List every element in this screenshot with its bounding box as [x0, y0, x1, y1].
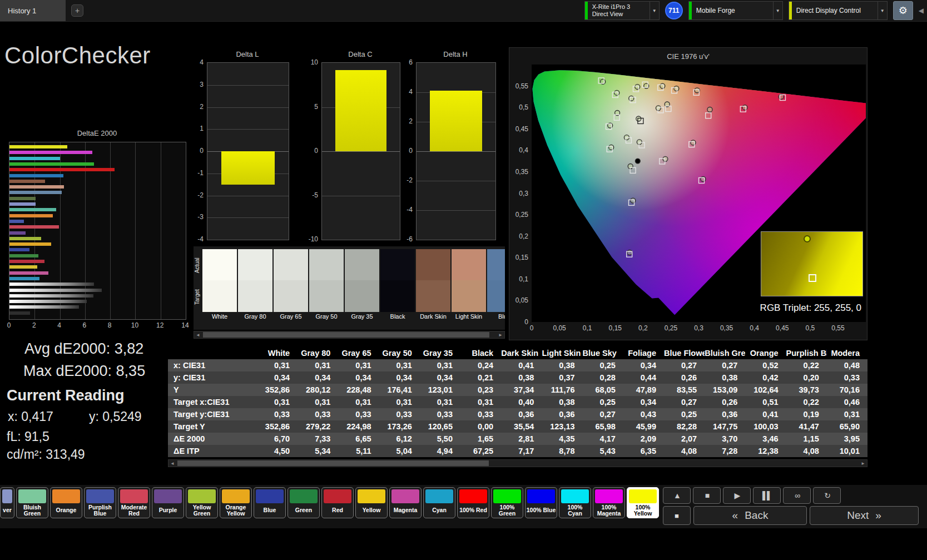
patch-button-cyan[interactable]: Cyan	[423, 487, 455, 518]
patch-button-blue[interactable]: Blue	[254, 487, 286, 518]
meter-dropdown[interactable]: X-Rite i1Pro 3 Direct View ▼	[584, 1, 660, 20]
patch-button-purplish-blue[interactable]: Purplish Blue	[84, 487, 116, 518]
collapse-panel-icon[interactable]: ◀	[919, 7, 924, 14]
patch-button-label: Purplish Blue	[85, 503, 116, 518]
pause-button[interactable]: ▌▌	[753, 487, 781, 504]
patch-button-label: Blue	[254, 503, 285, 518]
play-button[interactable]: ▶	[723, 487, 751, 504]
patch-color-swatch	[256, 489, 284, 503]
table-scrollbar[interactable]: ◄ ►	[168, 459, 867, 467]
target-point-marker	[809, 274, 816, 282]
patch-button-red[interactable]: Red	[321, 487, 354, 518]
patch-button-purple[interactable]: Purple	[152, 487, 184, 518]
table-cell: 0,33	[379, 408, 420, 420]
patch-button-label: 100% Red	[458, 503, 489, 518]
patch-button-magenta[interactable]: Magenta	[389, 487, 422, 518]
swatch-strip-scrollbar[interactable]: ◄ ►	[194, 331, 505, 339]
row-label: ΔE 2000	[168, 433, 257, 445]
table-corner-cell	[168, 347, 257, 359]
delta-e-bar-white	[9, 283, 94, 286]
scroll-right-icon[interactable]: ►	[497, 331, 504, 338]
table-row-target-y-cie31: Target y:CIE310,330,330,330,330,330,330,…	[168, 408, 867, 420]
chevrons-left-icon: «	[732, 509, 738, 522]
next-button[interactable]: Next »	[810, 506, 919, 525]
table-cell: 0,38	[542, 396, 582, 408]
settings-gear-button[interactable]: ⚙	[893, 1, 913, 20]
patch-button-orange-yellow[interactable]: Orange Yellow	[220, 487, 252, 518]
axis-tick-label: -2	[191, 191, 204, 199]
delta-e-bar-100-cyan	[9, 157, 60, 160]
scroll-right-icon[interactable]: ►	[859, 460, 867, 467]
patch-button-moderate-red[interactable]: Moderate Red	[118, 487, 150, 518]
swatch-gray-50: Gray 50	[309, 249, 344, 321]
measurement-count-badge[interactable]: 711	[665, 2, 683, 19]
patch-button-label: Orange Yellow	[220, 503, 251, 518]
pattern-window-icon: ■	[675, 512, 679, 520]
delta-e-bar-foliage	[9, 197, 36, 200]
chart-plot-area	[416, 62, 496, 240]
column-header-gray-80: Gray 80	[298, 347, 338, 359]
table-cell: 123,01	[420, 384, 460, 396]
cie-plot: RGB Triplet: 255, 255, 0	[532, 65, 866, 322]
eject-button[interactable]: ▲	[663, 487, 691, 504]
column-header-blue-flower: Blue Flower	[664, 347, 705, 359]
patch-button-yellow[interactable]: Yellow	[355, 487, 388, 518]
table-cell: 173,26	[379, 420, 420, 433]
pattern-source-dropdown[interactable]: Mobile Forge ▼	[688, 1, 783, 20]
scroll-left-icon[interactable]: ◄	[194, 331, 202, 338]
patch-button-100-magenta[interactable]: 100% Magenta	[593, 487, 625, 518]
patch-button-100-yellow[interactable]: 100% Yellow	[627, 487, 659, 518]
patch-button-yellow-green[interactable]: Yellow Green	[186, 487, 218, 518]
history-tab[interactable]: History 1	[0, 0, 66, 21]
table-cell: 100,03	[745, 420, 786, 433]
patch-button-100-red[interactable]: 100% Red	[457, 487, 489, 518]
patch-color-swatch	[324, 489, 351, 503]
pattern-window-button[interactable]: ■	[663, 506, 691, 525]
patch-color-swatch	[86, 489, 114, 503]
scrollbar-thumb[interactable]	[203, 332, 489, 338]
current-x-value: x: 0,417	[8, 409, 53, 424]
patch-button-label: Red	[322, 503, 353, 518]
table-cell: 0,38	[501, 371, 542, 384]
add-tab-button[interactable]: +	[71, 4, 83, 17]
patch-button-100-green[interactable]: 100% Green	[491, 487, 523, 518]
table-cell: 2,09	[623, 433, 664, 445]
patch-color-swatch	[154, 489, 182, 503]
loop-infinite-button[interactable]: ∞	[783, 487, 811, 504]
patch-button-100-blue[interactable]: 100% Blue	[525, 487, 557, 518]
delta-e-bar-100-green	[9, 162, 94, 166]
navigation-controls: ■ « Back Next »	[663, 506, 919, 525]
display-control-dropdown[interactable]: Direct Display Control ▼	[789, 1, 888, 20]
scroll-left-icon[interactable]: ◄	[168, 460, 176, 467]
cie-y-tick-label: 0,2	[509, 232, 528, 240]
stop-button[interactable]: ■	[693, 487, 721, 504]
column-header-modera: Modera	[827, 347, 867, 359]
repeat-button[interactable]: ↻	[813, 487, 841, 504]
table-cell: 0,33	[298, 408, 338, 420]
scrollbar-thumb[interactable]	[177, 460, 489, 466]
patch-button-100-cyan[interactable]: 100% Cyan	[559, 487, 591, 518]
table-cell: 6,35	[623, 445, 664, 457]
table-cell: 0,23	[460, 384, 501, 396]
table-cell: 0,31	[257, 359, 298, 371]
patch-color-swatch	[222, 489, 250, 503]
patch-button-label: Moderate Red	[118, 503, 150, 518]
back-button[interactable]: « Back	[693, 506, 807, 525]
patch-button-ver[interactable]: ver	[0, 487, 14, 518]
row-label: Target y:CIE31	[168, 408, 257, 420]
axis-tick-label: 5	[306, 103, 318, 111]
patch-button-orange[interactable]: Orange	[50, 487, 82, 518]
table-cell: 0,46	[827, 396, 867, 408]
patch-button-green[interactable]: Green	[287, 487, 320, 518]
swatch-label: Black	[380, 312, 415, 321]
axis-tick-label: 4	[191, 58, 204, 66]
column-header-dark-skin: Dark Skin	[501, 347, 542, 359]
delta-e-bar-magenta	[9, 271, 48, 275]
table-cell: 111,76	[542, 384, 582, 396]
table-cell: 0,48	[827, 359, 867, 371]
patch-color-swatch	[290, 489, 318, 503]
table-cell: 0,41	[501, 359, 542, 371]
gridline	[322, 151, 400, 152]
patch-button-bluish-green[interactable]: Bluish Green	[16, 487, 48, 518]
swatch-target-color	[202, 280, 237, 312]
